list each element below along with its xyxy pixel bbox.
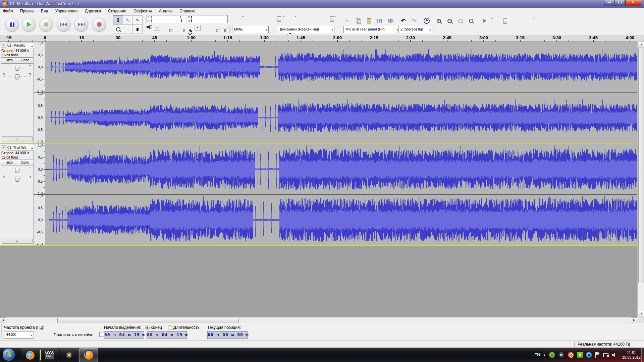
volume-icon[interactable] xyxy=(612,352,617,358)
skip-to-end-button[interactable] xyxy=(74,18,88,31)
input-device-select[interactable]: Mic in at rear panel (Pinl▼ xyxy=(343,26,399,33)
vertical-scroll-thumb[interactable] xyxy=(638,48,644,283)
menu-edit[interactable]: Правка xyxy=(17,8,37,14)
track1-solo-button[interactable]: Соло xyxy=(17,57,33,64)
audio-host-select[interactable]: MME▼ xyxy=(232,26,269,33)
track2-mute-button[interactable]: Тихо xyxy=(1,160,17,166)
waveform-track1-left[interactable] xyxy=(45,42,637,92)
playback-speed-slider[interactable]: −+ xyxy=(491,18,535,23)
mixer-grip[interactable] xyxy=(229,16,230,24)
mediaget-tray-icon[interactable] xyxy=(549,352,555,358)
playback-meter-dropdown[interactable]: ▼ xyxy=(154,25,160,31)
play-button[interactable] xyxy=(22,18,36,31)
trim-audio-button[interactable] xyxy=(376,17,384,25)
waveform-track2-right[interactable] xyxy=(45,195,637,245)
fit-selection-button[interactable] xyxy=(456,17,464,25)
playback-meter[interactable]: Л П xyxy=(147,15,186,23)
taskbar-utility-button[interactable]: ☀ xyxy=(60,348,78,362)
title-bar[interactable]: 01- Metallica - That Was Just Your Life … xyxy=(0,0,644,8)
undo-button[interactable]: ↶ xyxy=(399,17,407,25)
menu-help[interactable]: Справка xyxy=(177,8,199,14)
selection-length-radio[interactable] xyxy=(168,325,172,330)
maximize-button[interactable] xyxy=(615,0,625,6)
track1-gain-thumb[interactable] xyxy=(15,66,19,71)
taskbar-clock[interactable]: 11:51 18.03.2012 xyxy=(622,350,641,360)
silence-audio-button[interactable] xyxy=(386,17,394,25)
vertical-scrollbar[interactable]: ▲ ▼ xyxy=(637,42,644,317)
scroll-down-icon[interactable]: ▼ xyxy=(638,311,644,317)
track2-gain-slider[interactable]: - + xyxy=(2,166,32,172)
tools-grip[interactable] xyxy=(111,16,112,33)
network-icon[interactable] xyxy=(603,352,609,358)
menu-file[interactable]: Файл xyxy=(0,8,16,14)
sync-lock-button[interactable] xyxy=(423,17,431,25)
track2-collapse-button[interactable]: ▲ xyxy=(2,239,33,244)
origin-tray-icon[interactable] xyxy=(568,352,574,358)
redo-button[interactable]: ↷ xyxy=(410,17,418,25)
horizontal-scrollbar[interactable]: ◀ ▶ xyxy=(0,317,637,323)
edit-grip[interactable] xyxy=(340,16,341,24)
taskbar-audacity-button[interactable] xyxy=(79,348,98,362)
pause-button[interactable] xyxy=(5,18,19,31)
recording-meter-dropdown[interactable]: ▼ xyxy=(195,25,201,31)
recording-meter[interactable]: Л П xyxy=(187,15,228,23)
selection-end-field[interactable]: 00 ч 04 м 19 с▼ xyxy=(147,331,187,339)
timeshift-tool-button[interactable]: ↔ xyxy=(123,24,133,34)
track2-gain-thumb[interactable] xyxy=(15,168,19,173)
snap-to-checkbox[interactable] xyxy=(99,332,104,337)
show-desktop-button[interactable] xyxy=(641,348,644,362)
waveform-track1-right[interactable] xyxy=(45,93,637,143)
utorrent-tray-icon[interactable] xyxy=(577,352,583,358)
menu-analyze[interactable]: Анализ xyxy=(156,8,176,14)
track1-pan-slider[interactable]: Л П xyxy=(2,73,32,79)
taskbar-media-player-button[interactable]: 321 xyxy=(40,348,59,362)
track1-close-button[interactable]: × xyxy=(1,43,6,48)
multi-tool-button[interactable]: ∗ xyxy=(132,24,143,34)
input-volume-slider[interactable]: − + xyxy=(294,16,336,21)
cut-button[interactable]: ✂ xyxy=(343,17,352,25)
track2-pan-slider[interactable]: Л П xyxy=(2,175,32,181)
taskbar-firefox-button[interactable] xyxy=(21,348,40,362)
selection-end-radio[interactable] xyxy=(145,325,150,330)
transport-grip[interactable] xyxy=(1,16,2,33)
output-volume-thumb[interactable] xyxy=(277,16,281,22)
meter-grip[interactable] xyxy=(144,16,145,33)
waveform-track2-left[interactable] xyxy=(45,144,637,194)
play-at-speed-button[interactable] xyxy=(480,17,488,25)
playback-speed-thumb[interactable] xyxy=(503,18,507,24)
track1-name-menu[interactable]: 01- Metallic▼ xyxy=(6,43,34,48)
selection-grip[interactable] xyxy=(1,324,2,339)
track1-collapse-button[interactable]: ▲ xyxy=(2,136,33,141)
tray-expand-icon[interactable]: ▲ xyxy=(543,353,546,357)
transcription-grip[interactable] xyxy=(478,16,479,24)
close-button[interactable]: ✕ xyxy=(625,0,641,6)
track2-name-menu[interactable]: 01. That Wa▼ xyxy=(6,145,34,150)
copy-button[interactable] xyxy=(354,17,362,25)
project-rate-select[interactable]: 44100▼ xyxy=(4,331,34,339)
paste-button[interactable] xyxy=(365,17,373,25)
menu-effects[interactable]: Эффекты xyxy=(130,8,155,14)
track1-gain-slider[interactable]: - + xyxy=(2,64,32,70)
webcam-tray-icon[interactable] xyxy=(586,352,592,358)
timeline-ruler[interactable]: -15 0 15 30 45 1:00 1:15 1:30 1:45 2:00 … xyxy=(0,35,644,42)
horizontal-scroll-thumb[interactable] xyxy=(57,318,239,323)
input-volume-thumb[interactable] xyxy=(330,16,334,22)
fit-project-button[interactable] xyxy=(467,17,475,25)
track2-close-button[interactable]: × xyxy=(1,145,6,150)
track2-pan-thumb[interactable] xyxy=(15,177,19,182)
menu-tracks[interactable]: Дорожки xyxy=(82,8,104,14)
audio-position-field[interactable]: 00 ч 00 м 00 с▼ xyxy=(207,331,248,339)
device-grip[interactable] xyxy=(229,25,230,33)
track1-pan-thumb[interactable] xyxy=(15,74,19,79)
menu-generate[interactable]: Создание xyxy=(105,8,129,14)
zoom-out-button[interactable]: − xyxy=(445,17,453,25)
minimize-button[interactable]: — xyxy=(604,0,614,6)
action-center-flag-icon[interactable] xyxy=(595,352,600,358)
steam-tray-icon[interactable] xyxy=(558,352,565,358)
zoom-tool-button[interactable] xyxy=(113,24,123,34)
stop-button[interactable] xyxy=(40,18,53,31)
start-button[interactable] xyxy=(3,349,15,361)
envelope-tool-button[interactable]: ∿ xyxy=(123,15,133,25)
record-button[interactable] xyxy=(93,18,106,31)
menu-transport[interactable]: Управление xyxy=(52,8,81,14)
